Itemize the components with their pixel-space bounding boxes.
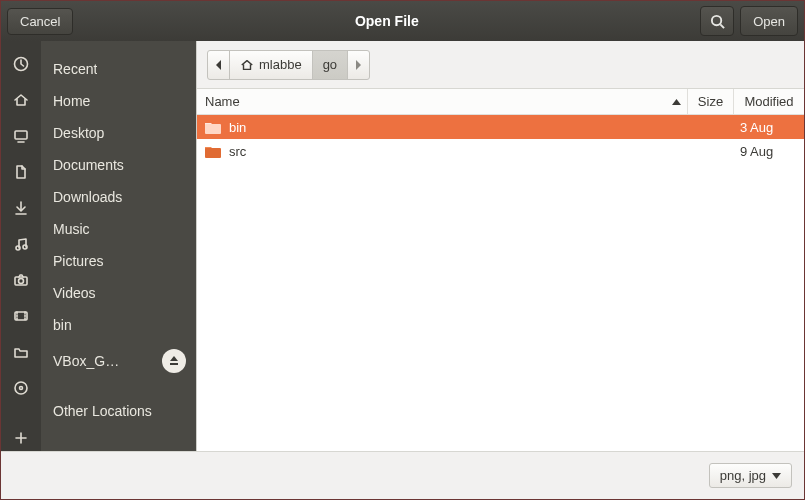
sidebar-item-label: Desktop: [53, 125, 104, 141]
places-sidebar: RecentHomeDesktopDocumentsDownloadsMusic…: [41, 41, 196, 451]
column-headers: Name Size Modified: [197, 89, 804, 115]
path-crumb-mlabbe[interactable]: mlabbe: [230, 51, 313, 79]
sidebar-item-recent[interactable]: Recent: [41, 53, 196, 85]
chevron-left-icon: [215, 60, 222, 70]
svg-point-0: [712, 15, 721, 24]
sidebar-item-documents[interactable]: Documents: [41, 149, 196, 181]
column-header-size[interactable]: Size: [688, 89, 734, 114]
sidebar-item-vbox-g-[interactable]: VBox_G…: [41, 341, 196, 381]
sidebar-item-label: Music: [53, 221, 90, 237]
desktop-icon: [12, 127, 30, 145]
sidebar-item-label: Other Locations: [53, 403, 152, 419]
svg-point-9: [15, 382, 27, 394]
folder-icon: [12, 343, 30, 361]
sidebar-item-downloads[interactable]: Downloads: [41, 181, 196, 213]
doc-icon: [12, 163, 30, 181]
column-header-name[interactable]: Name: [197, 89, 688, 114]
column-header-name-label: Name: [205, 94, 240, 109]
sidebar-item-label: Documents: [53, 157, 124, 173]
video-icon: [12, 307, 30, 325]
disc-icon: [12, 379, 30, 397]
sidebar-item-label: Pictures: [53, 253, 104, 269]
svg-rect-11: [170, 363, 178, 365]
search-button[interactable]: [700, 6, 734, 36]
svg-rect-3: [15, 131, 27, 139]
home-icon: [12, 91, 30, 109]
titlebar: Cancel Open File Open: [1, 1, 804, 41]
home-icon: [240, 58, 254, 72]
cancel-button[interactable]: Cancel: [7, 8, 73, 35]
file-row[interactable]: src9 Aug: [197, 139, 804, 163]
svg-point-5: [23, 245, 27, 249]
path-back-button[interactable]: [208, 51, 230, 79]
pathbar: mlabbego: [207, 50, 370, 80]
sidebar-item-other-locations[interactable]: Other Locations: [41, 395, 196, 427]
path-crumb-label: mlabbe: [259, 57, 302, 72]
chevron-down-icon: [772, 473, 781, 479]
camera-icon: [12, 271, 30, 289]
file-modified: 3 Aug: [734, 120, 804, 135]
down-icon: [12, 199, 30, 217]
sidebar-item-label: bin: [53, 317, 72, 333]
filetype-filter-label: png, jpg: [720, 468, 766, 483]
svg-rect-13: [205, 148, 221, 158]
sidebar-item-videos[interactable]: Videos: [41, 277, 196, 309]
sidebar-item-label: Recent: [53, 61, 97, 77]
path-crumb-go[interactable]: go: [313, 51, 348, 79]
file-name: bin: [229, 120, 246, 135]
svg-point-10: [20, 387, 23, 390]
svg-point-4: [16, 246, 20, 250]
folder-icon: [205, 121, 221, 134]
pathbar-row: mlabbego: [197, 41, 804, 89]
svg-rect-12: [205, 124, 221, 134]
svg-point-7: [19, 279, 24, 284]
svg-line-1: [720, 24, 724, 28]
window-title: Open File: [73, 13, 700, 29]
search-icon: [710, 14, 725, 29]
sidebar-item-label: Downloads: [53, 189, 122, 205]
file-name: src: [229, 144, 246, 159]
file-row[interactable]: bin3 Aug: [197, 115, 804, 139]
path-forward-button[interactable]: [348, 51, 369, 79]
places-iconrail: [1, 41, 41, 451]
sidebar-item-pictures[interactable]: Pictures: [41, 245, 196, 277]
plus-icon: [12, 429, 30, 447]
sidebar-item-home[interactable]: Home: [41, 85, 196, 117]
eject-button[interactable]: [162, 349, 186, 373]
file-list[interactable]: bin3 Augsrc9 Aug: [197, 115, 804, 451]
sidebar-item-desktop[interactable]: Desktop: [41, 117, 196, 149]
sidebar-item-label: VBox_G…: [53, 353, 119, 369]
main-panel: mlabbego Name Size Modified bin3 Augsrc9…: [196, 41, 804, 451]
sidebar-item-label: Home: [53, 93, 90, 109]
open-button[interactable]: Open: [740, 6, 798, 36]
column-header-modified[interactable]: Modified: [734, 89, 804, 114]
sort-asc-icon: [672, 99, 681, 105]
filetype-filter-dropdown[interactable]: png, jpg: [709, 463, 792, 488]
clock-icon: [12, 55, 30, 73]
folder-icon: [205, 145, 221, 158]
footer: png, jpg: [1, 451, 804, 499]
path-crumb-label: go: [323, 57, 337, 72]
sidebar-item-music[interactable]: Music: [41, 213, 196, 245]
file-modified: 9 Aug: [734, 144, 804, 159]
sidebar-item-bin[interactable]: bin: [41, 309, 196, 341]
music-icon: [12, 235, 30, 253]
sidebar-item-label: Videos: [53, 285, 96, 301]
